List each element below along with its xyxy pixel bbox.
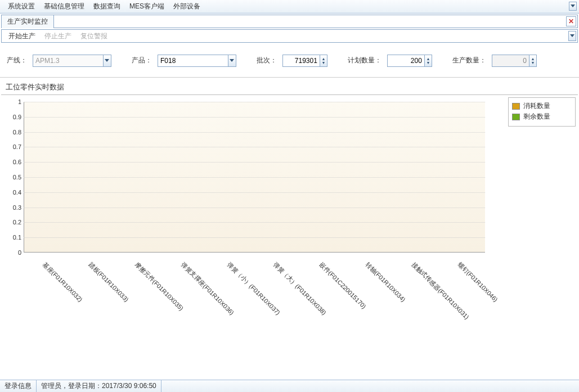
line-combo <box>33 55 111 67</box>
chart-panel: 工位零件实时数据 00.10.20.30.40.50.60.70.80.91 基… <box>1 80 578 339</box>
toolbar: 开始生产 停止生产 复位警报 <box>1 29 578 43</box>
spinner-icon[interactable]: ▲▼ <box>424 55 432 66</box>
chart-legend: 消耗数量 剩余数量 <box>508 97 576 127</box>
y-tick-label: 0.2 <box>3 219 21 226</box>
x-tick-label: 弹簧（小）(F01R10X037) <box>225 260 282 317</box>
y-tick-label: 0.5 <box>3 174 21 181</box>
prod-qty-stepper: ▲▼ <box>492 55 537 67</box>
status-bar: 登录信息 管理员，登录日期：2017/3/30 9:06:50 <box>0 380 579 392</box>
x-tick-label: 嵌件(F01C220015170) <box>317 260 367 310</box>
x-tick-label: 弹簧（大）(F01R10X038) <box>271 260 328 317</box>
plan-qty-input[interactable] <box>388 55 424 66</box>
menu-external[interactable]: 外部设备 <box>169 0 205 13</box>
spinner-icon: ▲▼ <box>529 55 536 66</box>
legend-remaining-label: 剩余数量 <box>523 112 550 121</box>
plan-qty-stepper[interactable]: ▲▼ <box>387 55 432 67</box>
batch-label: 批次： <box>257 56 277 65</box>
x-tick-label: 弹簧支撑座(F01R10X036) <box>179 260 236 317</box>
status-login-text: 管理员，登录日期：2017/3/30 9:06:50 <box>37 380 161 392</box>
menu-overflow-button[interactable] <box>569 2 577 11</box>
menu-query[interactable]: 数据查询 <box>89 0 125 13</box>
chart-title: 工位零件实时数据 <box>1 80 578 95</box>
line-label: 产线： <box>7 56 27 65</box>
prod-qty-input <box>492 55 529 66</box>
chevron-down-icon <box>103 55 111 66</box>
y-tick-label: 0.8 <box>3 129 21 136</box>
x-tick-label: 摩擦元件(F01R10X035) <box>133 260 185 313</box>
y-tick-label: 0 <box>3 249 21 256</box>
status-login-label: 登录信息 <box>0 380 37 392</box>
tab-monitor[interactable]: 生产实时监控 <box>2 15 54 28</box>
chart-x-labels: 基座(F01R10X032)踏板(F01R10X033)摩擦元件(F01R10X… <box>3 260 487 339</box>
x-tick-label: 转轴(F01R10X034) <box>363 260 407 304</box>
menu-system[interactable]: 系统设置 <box>3 0 39 13</box>
product-combo[interactable] <box>158 55 236 67</box>
tab-close-button[interactable]: ✕ <box>566 16 576 26</box>
menubar: 系统设置 基础信息管理 数据查询 MES客户端 外部设备 <box>0 0 579 13</box>
prod-qty-label: 生产数量： <box>452 56 486 65</box>
y-tick-label: 0.6 <box>3 159 21 165</box>
y-tick-label: 0.1 <box>3 234 21 241</box>
plan-qty-label: 计划数量： <box>348 56 381 65</box>
y-tick-label: 0.4 <box>3 189 21 196</box>
y-tick-label: 0.7 <box>3 143 21 150</box>
batch-input[interactable] <box>283 55 320 66</box>
x-tick-label: 踏板(F01R10X033) <box>87 260 130 304</box>
product-input[interactable] <box>158 55 228 66</box>
legend-remaining: 剩余数量 <box>512 112 572 121</box>
toolbar-overflow-button[interactable] <box>568 31 576 41</box>
swatch-icon <box>512 103 520 110</box>
x-tick-label: 基座(F01R10X032) <box>41 260 84 304</box>
product-label: 产品： <box>132 56 152 65</box>
y-tick-label: 0.9 <box>3 114 21 120</box>
stop-production-button: 停止生产 <box>41 30 75 42</box>
batch-stepper[interactable]: ▲▼ <box>282 55 327 67</box>
line-input <box>33 55 103 66</box>
swatch-icon <box>512 114 520 120</box>
chart-plot: 00.10.20.30.40.50.60.70.80.91 <box>3 97 487 260</box>
spinner-icon[interactable]: ▲▼ <box>320 55 327 66</box>
menu-mes[interactable]: MES客户端 <box>125 0 169 13</box>
filter-bar: 产线： 产品： 批次： ▲▼ 计划数量： ▲▼ 生产数量： ▲▼ <box>0 44 579 78</box>
menu-baseinfo[interactable]: 基础信息管理 <box>39 0 89 13</box>
tab-bar: 生产实时监控 ✕ <box>1 15 578 28</box>
legend-consumed-label: 消耗数量 <box>523 101 550 111</box>
reset-alarm-button: 复位警报 <box>77 30 111 42</box>
legend-consumed: 消耗数量 <box>512 101 572 111</box>
chevron-down-icon[interactable] <box>228 55 236 66</box>
start-production-button[interactable]: 开始生产 <box>5 30 39 42</box>
x-tick-label: 螺钉(F01R10X046) <box>456 260 499 304</box>
y-tick-label: 1 <box>3 98 21 105</box>
y-tick-label: 0.3 <box>3 204 21 211</box>
